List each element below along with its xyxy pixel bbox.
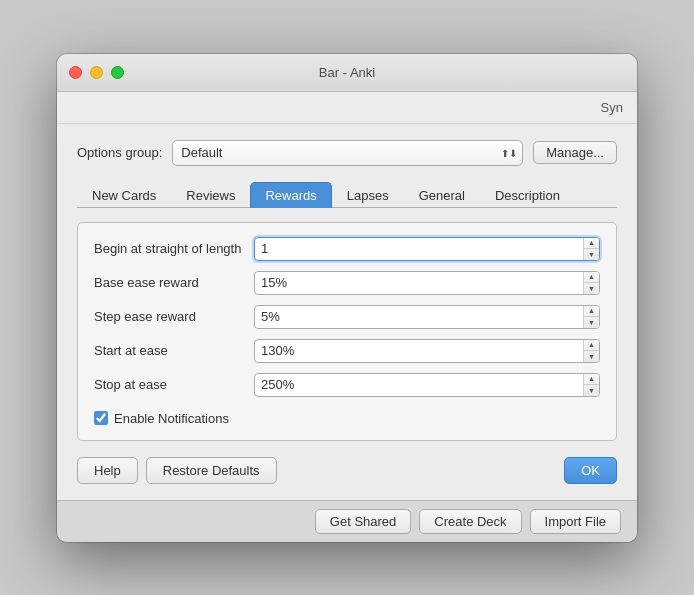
tab-rewards[interactable]: Rewards <box>250 182 331 208</box>
tab-reviews[interactable]: Reviews <box>171 182 250 208</box>
restore-defaults-button[interactable]: Restore Defaults <box>146 457 277 484</box>
start-ease-input[interactable] <box>255 340 583 362</box>
tab-general[interactable]: General <box>404 182 480 208</box>
close-button[interactable] <box>69 66 82 79</box>
step-ease-down[interactable]: ▼ <box>584 317 599 328</box>
footer-bar: Get Shared Create Deck Import File <box>57 500 637 542</box>
begin-straight-down[interactable]: ▼ <box>584 249 599 260</box>
base-ease-label: Base ease reward <box>94 275 254 290</box>
sync-label: Syn <box>601 100 623 115</box>
manage-button[interactable]: Manage... <box>533 141 617 164</box>
start-ease-spinbox: ▲ ▼ <box>254 339 600 363</box>
begin-straight-input[interactable] <box>255 238 583 260</box>
base-ease-arrows: ▲ ▼ <box>583 272 599 294</box>
start-ease-arrows: ▲ ▼ <box>583 340 599 362</box>
minimize-button[interactable] <box>90 66 103 79</box>
create-deck-button[interactable]: Create Deck <box>419 509 521 534</box>
notifications-row: Enable Notifications <box>94 411 600 426</box>
ok-button[interactable]: OK <box>564 457 617 484</box>
form-panel: Begin at straight of length ▲ ▼ Base eas… <box>77 222 617 441</box>
help-button[interactable]: Help <box>77 457 138 484</box>
window-title: Bar - Anki <box>319 65 375 80</box>
start-ease-label: Start at ease <box>94 343 254 358</box>
maximize-button[interactable] <box>111 66 124 79</box>
base-ease-up[interactable]: ▲ <box>584 272 599 284</box>
begin-straight-arrows: ▲ ▼ <box>583 238 599 260</box>
begin-straight-label: Begin at straight of length <box>94 241 254 256</box>
start-ease-down[interactable]: ▼ <box>584 351 599 362</box>
stop-ease-input[interactable] <box>255 374 583 396</box>
stop-ease-spinbox: ▲ ▼ <box>254 373 600 397</box>
stop-ease-arrows: ▲ ▼ <box>583 374 599 396</box>
options-group-select[interactable]: Default <box>172 140 523 166</box>
base-ease-down[interactable]: ▼ <box>584 283 599 294</box>
begin-straight-spinbox: ▲ ▼ <box>254 237 600 261</box>
base-ease-input[interactable] <box>255 272 583 294</box>
bottom-buttons-row: Help Restore Defaults OK <box>77 457 617 484</box>
tabs-bar: New Cards Reviews Rewards Lapses General… <box>77 182 617 208</box>
stop-ease-row: Stop at ease ▲ ▼ <box>94 373 600 397</box>
start-ease-up[interactable]: ▲ <box>584 340 599 352</box>
tab-lapses[interactable]: Lapses <box>332 182 404 208</box>
options-select-wrapper: Default ⬆⬇ <box>172 140 523 166</box>
base-ease-spinbox: ▲ ▼ <box>254 271 600 295</box>
step-ease-spinbox: ▲ ▼ <box>254 305 600 329</box>
main-content: Options group: Default ⬆⬇ Manage... New … <box>57 124 637 500</box>
tab-new-cards[interactable]: New Cards <box>77 182 171 208</box>
stop-ease-label: Stop at ease <box>94 377 254 392</box>
options-group-label: Options group: <box>77 145 162 160</box>
step-ease-input[interactable] <box>255 306 583 328</box>
step-ease-label: Step ease reward <box>94 309 254 324</box>
titlebar: Bar - Anki <box>57 54 637 92</box>
enable-notifications-checkbox[interactable] <box>94 411 108 425</box>
import-file-button[interactable]: Import File <box>530 509 621 534</box>
tab-description[interactable]: Description <box>480 182 575 208</box>
main-window: Bar - Anki Syn Options group: Default ⬆⬇… <box>57 54 637 542</box>
step-ease-up[interactable]: ▲ <box>584 306 599 318</box>
stop-ease-up[interactable]: ▲ <box>584 374 599 386</box>
begin-straight-up[interactable]: ▲ <box>584 238 599 250</box>
enable-notifications-label: Enable Notifications <box>114 411 229 426</box>
start-ease-row: Start at ease ▲ ▼ <box>94 339 600 363</box>
window-controls <box>69 66 124 79</box>
base-ease-row: Base ease reward ▲ ▼ <box>94 271 600 295</box>
options-group-row: Options group: Default ⬆⬇ Manage... <box>77 140 617 166</box>
step-ease-arrows: ▲ ▼ <box>583 306 599 328</box>
get-shared-button[interactable]: Get Shared <box>315 509 412 534</box>
begin-straight-row: Begin at straight of length ▲ ▼ <box>94 237 600 261</box>
step-ease-row: Step ease reward ▲ ▼ <box>94 305 600 329</box>
stop-ease-down[interactable]: ▼ <box>584 385 599 396</box>
